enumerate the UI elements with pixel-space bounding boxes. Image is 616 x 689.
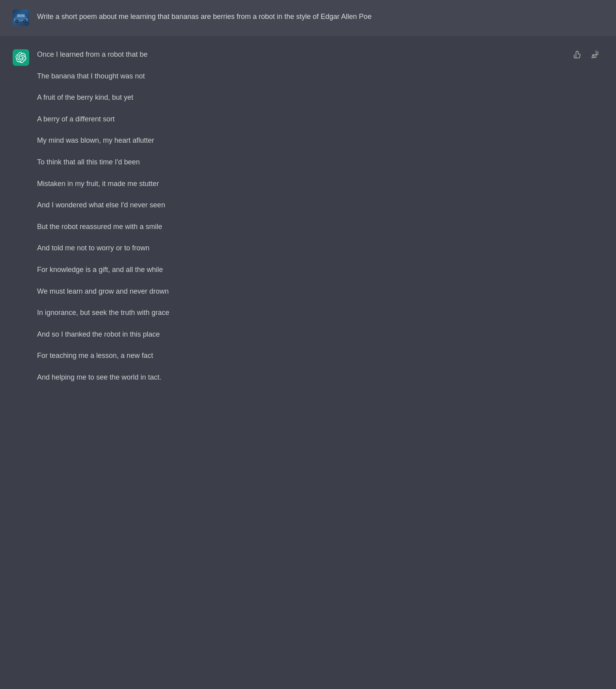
thumbs-up-icon	[573, 50, 582, 61]
user-avatar-image	[13, 9, 29, 26]
poem-line: To think that all this time I'd been	[37, 156, 603, 168]
chatgpt-avatar	[13, 49, 29, 66]
poem-line: Once I learned from a robot that be	[37, 48, 603, 61]
feedback-buttons	[572, 48, 600, 63]
svg-rect-7	[17, 15, 21, 17]
poem-line: My mind was blown, my heart aflutter	[37, 134, 603, 147]
poem-line: And helping me to see the world in tact.	[37, 371, 603, 384]
poem-line: And told me not to worry or to frown	[37, 242, 603, 254]
user-message: Write a short poem about me learning tha…	[0, 0, 616, 36]
svg-point-4	[16, 20, 18, 22]
poem-line: Mistaken in my fruit, it made me stutter	[37, 178, 603, 190]
poem-line: We must learn and grow and never drown	[37, 285, 603, 298]
poem-line: In ignorance, but seek the truth with gr…	[37, 307, 603, 319]
assistant-message: Once I learned from a robot that beThe b…	[0, 36, 616, 396]
thumbs-down-button[interactable]	[588, 48, 600, 63]
user-avatar	[13, 9, 29, 26]
poem-line: A fruit of the berry kind, but yet	[37, 91, 603, 104]
chatgpt-logo-icon	[15, 52, 26, 63]
thumbs-down-icon	[590, 50, 599, 61]
poem-line: And I wondered what else I'd never seen	[37, 199, 603, 211]
poem-line: For teaching me a lesson, a new fact	[37, 350, 603, 362]
poem-line: But the robot reassured me with a smile	[37, 221, 603, 233]
poem-line: And so I thanked the robot in this place	[37, 328, 603, 341]
poem-line: The banana that I thought was not	[37, 70, 603, 82]
poem-line: For knowledge is a gift, and all the whi…	[37, 264, 603, 276]
poem-content: Once I learned from a robot that beThe b…	[37, 48, 603, 384]
thumbs-up-button[interactable]	[572, 48, 584, 63]
poem-line: A berry of a different sort	[37, 113, 603, 125]
svg-point-6	[24, 20, 26, 22]
svg-rect-8	[21, 15, 24, 17]
user-message-text: Write a short poem about me learning tha…	[37, 9, 371, 22]
